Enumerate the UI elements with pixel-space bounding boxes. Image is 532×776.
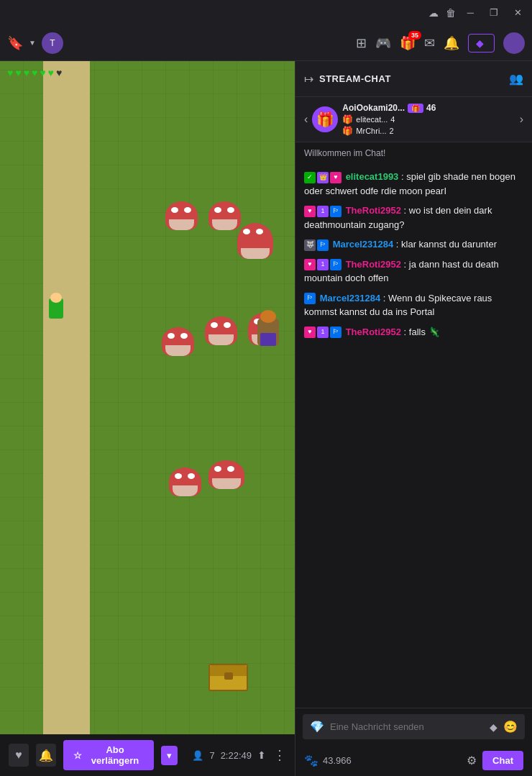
points-icon[interactable]: ◆ [490, 721, 497, 733]
follow-button[interactable]: ♥ [9, 744, 29, 767]
notifications-button[interactable]: 🔔 [36, 744, 56, 767]
gift-icon-1: 🎁 [342, 114, 353, 124]
chat-input[interactable] [330, 721, 484, 732]
message-badges: ♥ 1 🏳 [304, 327, 341, 338]
gift-count-badge: 🎁 [408, 104, 423, 113]
chat-header-left: ↦ STREAM-CHAT [304, 72, 391, 86]
sidebar-toggle-icon[interactable]: ↦ [304, 72, 313, 86]
badge-flag: 🏳 [317, 239, 329, 251]
bits-button[interactable]: ◆ [468, 34, 495, 53]
message-text: : falls 🦎 [404, 327, 440, 337]
mail-icon: ✉ [424, 36, 435, 50]
user-avatar[interactable]: T [42, 32, 63, 54]
gift-recipient-2: 🎁 MrChri... 2 [342, 126, 436, 136]
video-section: ♥ ♥ ♥ ♥ ♥ ♥ ♥ [0, 61, 295, 776]
recipient-2-count: 2 [390, 127, 394, 135]
chat-input-wrap: 💎 ◆ 😊 [303, 714, 525, 739]
recipient-2-name: MrChri... [356, 127, 386, 135]
star-icon: ☆ [73, 750, 82, 761]
message-username[interactable]: Marcel231284 [333, 239, 394, 250]
path-vertical [43, 61, 90, 734]
emote-picker-button[interactable]: 😊 [503, 720, 518, 734]
more-button[interactable]: ⋮ [273, 747, 286, 763]
heart-2: ♥ [15, 67, 21, 78]
message-username[interactable]: TheRoti2952 [346, 259, 401, 270]
chat-input-area: 💎 ◆ 😊 [295, 708, 532, 745]
trash-icon[interactable]: 🗑 [446, 7, 456, 19]
badge-heart: ♥ [304, 327, 316, 338]
banner-prev-button[interactable]: ‹ [304, 113, 308, 126]
recipient-1-count: 4 [390, 115, 395, 124]
enemy-mushroom-2 [208, 201, 241, 230]
message-username[interactable]: Marcel231284 [320, 293, 381, 303]
gift-recipient-1: 🎁 elitecat... 4 [342, 114, 436, 124]
notification-icon-wrap[interactable]: 🎁 35 [400, 35, 416, 51]
chat-settings-icon[interactable]: ⚙ [467, 754, 477, 767]
message-username[interactable]: elitecat1993 [346, 171, 399, 182]
chevron-down-icon: ▾ [167, 750, 172, 761]
banner-next-button[interactable]: › [520, 113, 523, 126]
chat-footer: 🐾 43.966 ⚙ Chat [295, 745, 532, 776]
message-username[interactable]: TheRoti2952 [346, 327, 401, 337]
dropdown-arrow-icon[interactable]: ▼ [29, 39, 36, 47]
heart-5: ♥ [40, 67, 45, 78]
heart-icon: ♥ [15, 749, 22, 762]
gift-icon-2: 🎁 [342, 126, 353, 136]
bell-icon: 🔔 [39, 749, 53, 762]
chat-header: ↦ STREAM-CHAT 👥 [295, 61, 532, 97]
bits-diamond-icon: ◆ [476, 37, 484, 49]
message-badges: 🐺 🏳 [304, 239, 329, 251]
chat-title: STREAM-CHAT [319, 73, 391, 84]
game-hearts-hud: ♥ ♥ ♥ ♥ ♥ ♥ ♥ [7, 67, 62, 78]
badge-heart: ♥ [330, 172, 341, 183]
bookmark-icon[interactable]: 🔖 [7, 35, 23, 51]
badge-flag: 🏳 [304, 293, 316, 304]
chat-message: ♥ 1 🏳 TheRoti2952 : wo ist den dein dark… [295, 201, 532, 234]
badge-heart: ♥ [304, 259, 316, 270]
badge-prime: 1 [317, 327, 329, 338]
link-character [49, 298, 63, 319]
gamepad-icon: 🎮 [375, 36, 391, 50]
mail-icon-wrap[interactable]: ✉ [424, 35, 435, 51]
game-scene: ♥ ♥ ♥ ♥ ♥ ♥ ♥ [0, 61, 295, 734]
gift-username: AoiOokami20... [342, 103, 405, 113]
viewer-count-value: 43.966 [323, 755, 352, 766]
bookmark2-icon-wrap[interactable]: 🔔 [444, 35, 459, 51]
profile-avatar[interactable] [503, 32, 525, 54]
gamepad-icon-wrap[interactable]: 🎮 [375, 35, 391, 51]
badge-wolf: 🐺 [304, 239, 316, 251]
cloud-icon: ☁ [428, 7, 439, 19]
message-badges: ✓ 👑 ♥ [304, 172, 341, 183]
avatar-initial: T [50, 38, 55, 48]
enemy-mushroom-3 [237, 223, 273, 259]
minimize-button[interactable]: ─ [463, 6, 478, 19]
game-canvas: ♥ ♥ ♥ ♥ ♥ ♥ ♥ [0, 61, 295, 734]
notification-badge: 35 [408, 31, 421, 40]
subscribe-button[interactable]: ☆ Abo verlängern [63, 740, 155, 770]
main-layout: ♥ ♥ ♥ ♥ ♥ ♥ ♥ [0, 61, 532, 776]
close-button[interactable]: ✕ [510, 6, 526, 19]
stream-duration: 2:22:49 [221, 750, 252, 761]
badge-checkmark: ✓ [304, 172, 316, 183]
message-text: : klar kannst du darunter [396, 239, 497, 250]
gift-banner: ‹ 🎁 AoiOokami20... 🎁 46 🎁 elitecat... [295, 97, 532, 142]
subscribe-dropdown-button[interactable]: ▾ [161, 746, 178, 765]
maximize-button[interactable]: ❐ [485, 6, 503, 19]
gift-box-icon: 🎁 [316, 111, 334, 128]
gift-username-row: AoiOokami20... 🎁 46 [342, 103, 436, 113]
manage-chat-icon[interactable]: 👥 [509, 72, 523, 86]
badge-prime: 1 [317, 259, 329, 270]
grid-icon-wrap[interactable]: ⊞ [356, 35, 367, 51]
viewer-count: 🐾 43.966 [304, 754, 352, 767]
badge-flag: 🏳 [330, 206, 341, 217]
nav-icons: ⊞ 🎮 🎁 35 ✉ 🔔 ◆ [356, 32, 525, 54]
badge-prime: 👑 [317, 172, 329, 183]
badge-heart: ♥ [304, 206, 316, 217]
badge-prime: 1 [317, 206, 329, 217]
bookmark2-icon: 🔔 [444, 36, 459, 50]
chat-send-button[interactable]: Chat [482, 751, 523, 770]
chat-messages[interactable]: ✓ 👑 ♥ elitecat1993 : spiel gib shade nen… [295, 164, 532, 708]
viewer-count-label: 7 [209, 750, 214, 761]
badge-flag: 🏳 [330, 259, 341, 270]
message-username[interactable]: TheRoti2952 [346, 205, 401, 216]
